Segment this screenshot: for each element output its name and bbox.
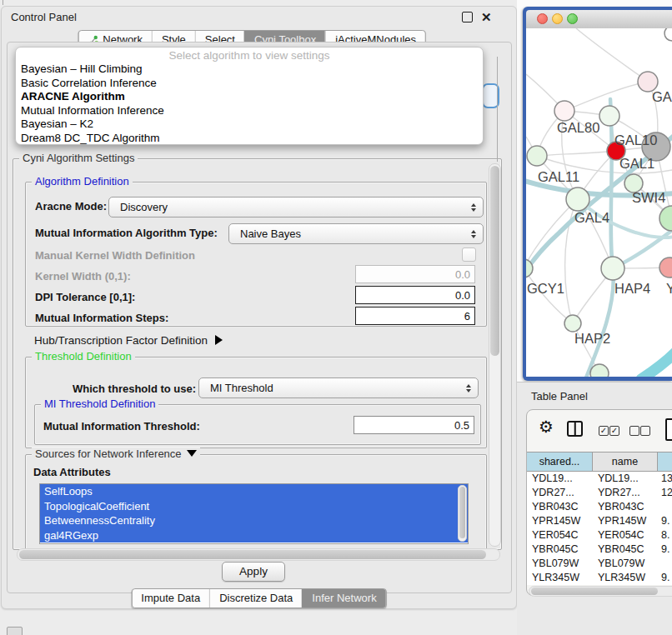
table-cell[interactable]: YLR345W — [527, 571, 593, 585]
algorithm-option-dream8-dc-tdc-algorithm[interactable]: Dream8 DC_TDC Algorithm — [16, 132, 483, 146]
network-node[interactable] — [599, 106, 619, 126]
network-node[interactable] — [527, 146, 547, 166]
which-threshold-select[interactable]: MI Threshold — [198, 378, 479, 398]
table-cell[interactable]: 9. — [658, 542, 672, 557]
table-row[interactable]: YPR145WYPR145W9. — [527, 514, 672, 528]
table-cell[interactable]: YBR043C — [593, 500, 658, 514]
network-canvas[interactable]: GALGAL80GAL10GAL1GAL11SWI4GAL4GCY1HAP4YH… — [526, 28, 672, 377]
table-cell[interactable]: YBR045C — [527, 542, 593, 557]
settings-hscrollbar-thumb[interactable] — [19, 550, 486, 559]
column-header-name[interactable]: name — [593, 452, 658, 471]
apply-button[interactable]: Apply — [222, 562, 285, 582]
table-row[interactable]: YDR27...YDR27...12 — [527, 486, 672, 500]
table-row[interactable]: YBR043CYBR043C — [527, 500, 672, 514]
table-row[interactable]: YBR045CYBR045C9. — [527, 542, 672, 557]
deselect-all-checkbox-icon[interactable] — [629, 426, 639, 436]
sources-group-title[interactable]: Sources for Network Inference — [32, 448, 200, 460]
attributes-scrollbar[interactable] — [458, 485, 467, 542]
network-window-titlebar[interactable] — [526, 10, 672, 29]
network-node[interactable] — [601, 257, 624, 280]
mi-threshold-input[interactable] — [354, 416, 474, 434]
table-cell[interactable]: YDR27... — [593, 486, 658, 500]
close-window-icon[interactable] — [537, 13, 548, 24]
table-cell[interactable]: YPR145W — [527, 514, 593, 528]
attribute-item-betweennesscentrality[interactable]: BetweennessCentrality — [40, 513, 468, 528]
network-node[interactable] — [659, 206, 672, 231]
table-cell[interactable]: YLR345W — [593, 571, 658, 585]
algorithm-option-bayesian-k2[interactable]: Bayesian – K2 — [16, 118, 483, 132]
attributes-scrollbar-thumb[interactable] — [459, 487, 465, 538]
algorithm-option-aracne-algorithm[interactable]: ARACNE Algorithm — [16, 90, 483, 104]
table-row[interactable]: YDL19...YDL19...13 — [527, 472, 672, 486]
which-threshold-value: MI Threshold — [210, 378, 273, 398]
corner-widget-button[interactable] — [7, 627, 23, 635]
algorithm-option-basic-correlation-inference[interactable]: Basic Correlation Inference — [16, 77, 483, 91]
threshold-definition-group: Threshold Definition Which threshold to … — [25, 357, 487, 448]
table-cell[interactable] — [658, 500, 672, 514]
table-cell[interactable]: YBL079W — [593, 557, 658, 571]
table-cell[interactable]: 8. — [658, 528, 672, 542]
tab-discretize-data[interactable]: Discretize Data — [209, 589, 302, 608]
table-cell[interactable]: 9. — [658, 514, 672, 528]
expander-collapsed-icon — [215, 335, 223, 345]
dpi-tolerance-input[interactable] — [355, 286, 475, 304]
column-header-shared-name[interactable]: shared... — [527, 452, 593, 471]
algorithm-option-mutual-information-inference[interactable]: Mutual Information Inference — [16, 104, 483, 118]
table-cell[interactable]: YER054C — [593, 528, 658, 542]
float-panel-icon[interactable] — [462, 12, 473, 22]
table-cell[interactable]: YBR043C — [527, 500, 593, 514]
table-cell[interactable]: 12 — [658, 486, 672, 500]
table-cell[interactable]: 13 — [658, 472, 672, 486]
manual-kernel-checkbox[interactable] — [462, 248, 476, 262]
table-settings-gear-icon[interactable]: ⚙ — [539, 418, 554, 435]
attribute-item-selfloops[interactable]: SelfLoops — [40, 484, 468, 499]
column-header-partial[interactable] — [658, 452, 672, 471]
settings-horizontal-scrollbar[interactable] — [17, 548, 500, 561]
algorithm-option-bayesian-hill-climbing[interactable]: Bayesian – Hill Climbing — [16, 62, 483, 77]
table-cell[interactable]: YDL19... — [527, 472, 593, 486]
settings-group-title: Cyni Algorithm Settings — [19, 152, 138, 164]
table-cell[interactable]: YBL079W — [527, 557, 593, 571]
network-node[interactable] — [590, 364, 609, 377]
table-cell[interactable]: YDR27... — [527, 486, 593, 500]
algorithm-placeholder: Select algorithm to view settings — [16, 49, 483, 62]
table-row[interactable]: YLR345WYLR345W9. — [527, 571, 672, 585]
table-cell[interactable]: 9. — [658, 571, 672, 585]
obscured-groupbox-border — [497, 57, 498, 162]
network-node[interactable] — [659, 258, 672, 278]
kernel-width-input[interactable] — [355, 265, 475, 283]
table-row[interactable]: YER054CYER054C8. — [527, 528, 672, 542]
attribute-item-topologicalcoefficient[interactable]: TopologicalCoefficient — [40, 499, 468, 514]
select-all-checkbox-icon[interactable]: ✓ — [599, 426, 609, 436]
settings-vertical-scrollbar[interactable] — [489, 163, 501, 547]
mi-steps-input[interactable] — [355, 307, 475, 325]
settings-scrollbar-thumb[interactable] — [490, 166, 499, 356]
tab-infer-network[interactable]: Infer Network — [302, 589, 385, 608]
split-columns-icon[interactable] — [567, 421, 583, 437]
table-cell[interactable]: YPR145W — [593, 514, 658, 528]
table-cell[interactable]: YBR045C — [593, 542, 658, 557]
table-hscrollbar-thumb[interactable] — [531, 588, 658, 595]
deselect-all-checkbox-icon[interactable] — [640, 426, 650, 436]
close-panel-icon[interactable]: ✕ — [481, 12, 492, 22]
table-horizontal-scrollbar[interactable] — [529, 586, 672, 597]
aracne-mode-select[interactable]: Discovery — [108, 197, 484, 218]
table-row[interactable]: YBL079WYBL079W — [527, 557, 672, 571]
table-cell[interactable]: YDL19... — [593, 472, 658, 486]
tab-impute-data[interactable]: Impute Data — [132, 589, 209, 608]
export-table-icon[interactable] — [665, 418, 672, 441]
network-node[interactable] — [554, 101, 574, 121]
select-all-checkbox-icon[interactable]: ✓ — [609, 426, 619, 436]
network-node[interactable] — [566, 188, 589, 211]
node-label-gal10: GAL10 — [614, 132, 657, 148]
minimize-window-icon[interactable] — [552, 13, 563, 24]
attribute-item-gal4rgexp[interactable]: gal4RGexp — [40, 528, 468, 543]
table-cell[interactable]: YER054C — [527, 528, 593, 542]
mi-type-select[interactable]: Naive Bayes — [228, 223, 484, 244]
network-node[interactable] — [564, 315, 581, 332]
network-node[interactable] — [664, 28, 672, 41]
data-attributes-list[interactable]: SelfLoopsTopologicalCoefficientBetweenne… — [39, 483, 469, 544]
hub-definition-expander[interactable]: Hub/Transcription Factor Definition — [34, 334, 223, 347]
zoom-window-icon[interactable] — [567, 13, 578, 24]
table-cell[interactable] — [658, 557, 672, 571]
